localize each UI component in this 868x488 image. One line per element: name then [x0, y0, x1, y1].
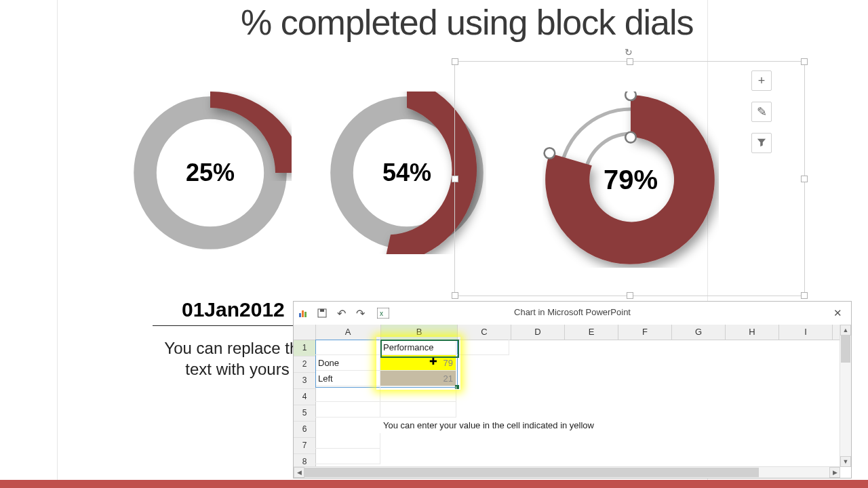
dial-value-1: 25%	[186, 159, 235, 187]
chart-styles-button[interactable]: ✎	[751, 102, 772, 122]
scroll-right-icon[interactable]: ▶	[829, 467, 840, 478]
row-header-7[interactable]: 7	[294, 438, 315, 454]
svg-text:x: x	[380, 310, 383, 317]
plus-icon: +	[758, 74, 766, 88]
svg-rect-8	[302, 310, 304, 317]
row-header-5[interactable]: 5	[294, 405, 315, 422]
redo-icon[interactable]: ↷	[351, 305, 370, 321]
cell-B2[interactable]: 79	[380, 355, 456, 371]
cell-A2[interactable]: Done	[315, 355, 380, 371]
brush-icon: ✎	[757, 104, 767, 119]
edit-in-excel-icon[interactable]: x	[374, 305, 393, 321]
svg-point-5	[625, 132, 636, 143]
svg-point-6	[545, 148, 555, 159]
cell-empty[interactable]	[315, 402, 380, 418]
col-header-E[interactable]: E	[565, 325, 618, 340]
cell-A3[interactable]: Left	[315, 371, 380, 386]
chart-icon[interactable]	[294, 305, 313, 321]
cell-empty[interactable]	[315, 386, 380, 402]
scroll-left-icon[interactable]: ◀	[294, 467, 304, 478]
resize-handle[interactable]	[452, 58, 458, 65]
excel-toolbar: ↶ ↷ x Chart in Microsoft PowerPoint ✕	[294, 302, 851, 325]
row-header-6[interactable]: 6	[294, 422, 315, 438]
col-header-H[interactable]: H	[726, 325, 779, 340]
dial-25[interactable]: 25%	[129, 92, 292, 254]
col-header-D[interactable]: D	[511, 325, 565, 340]
close-icon: ✕	[833, 307, 842, 319]
resize-handle[interactable]	[627, 292, 633, 299]
close-button[interactable]: ✕	[828, 304, 847, 322]
resize-handle[interactable]	[801, 176, 808, 182]
chart-filter-button[interactable]	[751, 133, 772, 153]
cell-B1[interactable]: Performance	[380, 340, 456, 355]
horizontal-scrollbar[interactable]: ◀ ▶	[294, 466, 840, 478]
slide-title: % completed using block dials	[241, 2, 694, 43]
scroll-up-icon[interactable]: ▲	[840, 325, 851, 336]
row-header-4[interactable]: 4	[294, 389, 315, 405]
row-header-1[interactable]: 1	[294, 340, 315, 357]
col-header-C[interactable]: C	[458, 325, 511, 340]
dial-value-2: 54%	[382, 159, 431, 187]
cell-empty[interactable]	[456, 340, 509, 355]
vertical-scrollbar[interactable]: ▲ ▼	[840, 325, 851, 467]
resize-handle[interactable]	[801, 292, 808, 299]
dial-value-3: 79%	[604, 165, 658, 195]
resize-handle[interactable]	[452, 176, 458, 182]
cell-note[interactable]: You can enter your value in the cell ind…	[380, 418, 855, 433]
scroll-thumb[interactable]	[841, 336, 850, 363]
undo-icon[interactable]: ↶	[332, 305, 351, 321]
funnel-icon	[757, 136, 766, 150]
spreadsheet-grid[interactable]: A B C D E F G H I 1 2 3 4 5 6 7 8 Perfor…	[294, 325, 840, 467]
scroll-down-icon[interactable]: ▼	[840, 456, 851, 467]
cell-cursor-icon	[429, 356, 441, 368]
col-header-F[interactable]: F	[618, 325, 672, 340]
resize-handle[interactable]	[801, 58, 808, 65]
cell-empty[interactable]	[315, 433, 380, 449]
cell-empty[interactable]	[380, 386, 456, 402]
scroll-thumb[interactable]	[304, 468, 759, 477]
col-header-I[interactable]: I	[779, 325, 833, 340]
cell-empty[interactable]	[315, 340, 380, 355]
svg-rect-12	[377, 308, 389, 319]
cell-B3[interactable]: 21	[380, 371, 456, 386]
dial-79[interactable]: 79%	[542, 92, 719, 268]
resize-handle[interactable]	[452, 292, 458, 299]
svg-rect-11	[320, 309, 324, 312]
date-label: 01Jan2012	[182, 298, 285, 321]
row-header-2[interactable]: 2	[294, 357, 315, 373]
blurb-text: You can replace this text with yours	[163, 338, 312, 380]
svg-rect-9	[304, 312, 307, 317]
col-header-A[interactable]: A	[315, 325, 381, 340]
svg-rect-7	[299, 313, 301, 317]
excel-chart-data-window[interactable]: ↶ ↷ x Chart in Microsoft PowerPoint ✕ A …	[293, 301, 852, 479]
bottom-accent-bar	[0, 480, 868, 488]
rotate-handle-icon[interactable]: ↻	[625, 47, 635, 58]
svg-point-4	[625, 92, 636, 100]
resize-handle[interactable]	[627, 58, 633, 65]
cell-empty[interactable]	[380, 402, 456, 418]
chart-elements-button[interactable]: +	[751, 70, 772, 91]
save-icon[interactable]	[313, 305, 332, 321]
row-header-3[interactable]: 3	[294, 373, 315, 389]
cell-empty[interactable]	[315, 449, 380, 464]
col-header-B[interactable]: B	[381, 325, 458, 340]
col-header-G[interactable]: G	[672, 325, 726, 340]
